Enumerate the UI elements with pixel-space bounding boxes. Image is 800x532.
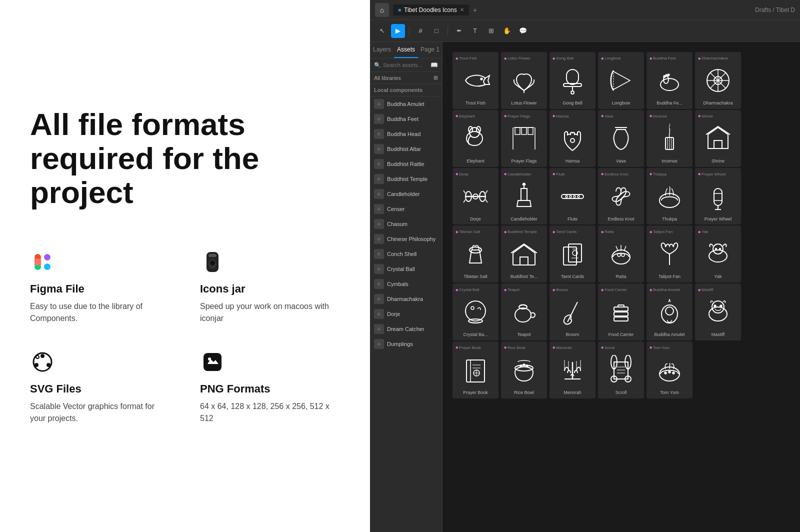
icon-name-label: Raita <box>616 274 626 280</box>
icon-card-elephant[interactable]: ElephantElephant <box>452 110 498 167</box>
icon-card-lotus-flower[interactable]: Lotus FlowerLotus Flower <box>501 52 547 109</box>
icon-card-prayer-flags[interactable]: Prayer FlagsPrayer Flags <box>501 110 547 167</box>
hand-tool-button[interactable]: ✋ <box>500 24 514 38</box>
icon-name-label: Tibetan Salt <box>464 274 488 280</box>
toolbar-divider-2 <box>448 26 448 36</box>
sidebar-item-label: Buddha Amulet <box>387 101 424 107</box>
icon-card-tibetan-salt[interactable]: Tibetan SaltTibetan Salt <box>452 226 498 282</box>
feature-figma-title: Figma File <box>30 282 170 296</box>
frame-tool-button[interactable]: # <box>414 24 428 38</box>
icon-label-top: Vase <box>600 114 614 118</box>
sidebar-item-crystal-ball[interactable]: ⊹Crystal Ball <box>370 262 442 276</box>
icon-label-top: Scroll <box>600 346 614 350</box>
sidebar-item-chasum[interactable]: ⊹Chasum <box>370 216 442 232</box>
icon-card-food-carrier[interactable]: Food CarrierFood Carrier <box>598 284 644 340</box>
sidebar-item-buddha-feet[interactable]: ⊹Buddha Feet <box>370 112 442 126</box>
icon-card-thukpa[interactable]: ThukpaThukpa <box>646 168 692 225</box>
sidebar-item-dumplings[interactable]: ⊹Dumplings <box>370 336 442 352</box>
icon-card-prayer-book[interactable]: Prayer BookPrayer Book <box>452 342 498 398</box>
sidebar-item-chinese-philosophy[interactable]: ⊹Chinese Philosophy <box>370 232 442 246</box>
sidebar-item-buddhist-altar[interactable]: ⊹Buddhist Altar <box>370 142 442 156</box>
icon-card-dharmachakra[interactable]: DharmachakraDharmachakra <box>695 52 741 109</box>
icon-card-dorje[interactable]: DorjeDorje <box>452 168 498 225</box>
new-tab-button[interactable]: + <box>473 6 477 14</box>
icon-card-buddhist-temple[interactable]: Buddhist TempleBuddhist Te... <box>501 226 547 282</box>
icon-card-trout-fish[interactable]: Trout FishTrout Fish <box>452 52 498 109</box>
icon-card-crystal-ball[interactable]: Crystal BallCrystal Ba... <box>452 284 498 340</box>
icon-card-flute[interactable]: FluteFlute <box>550 168 596 225</box>
icon-card-tom-yum[interactable]: Tom YumTom Yum <box>646 342 692 398</box>
figma-active-tab[interactable]: ■ Tibet Doodles Icons ✕ <box>393 4 469 16</box>
icon-name-label: Broom <box>566 332 580 338</box>
icon-card-teapot[interactable]: TeapotTeapot <box>501 284 547 340</box>
svg-point-86 <box>471 306 474 310</box>
assets-tab[interactable]: Assets <box>394 42 418 58</box>
icon-card-shrine[interactable]: ShrineShrine <box>695 110 741 167</box>
icon-svg-food-carrier <box>603 294 639 330</box>
comment-tool-button[interactable]: 💬 <box>516 24 530 38</box>
icon-card-mastiff[interactable]: MastiffMastiff <box>695 284 741 340</box>
icon-svg-crystal-ball <box>458 294 494 330</box>
icon-svg-menorah <box>554 352 590 388</box>
move-tool-button[interactable]: ↖ <box>375 24 389 38</box>
icon-label-top: Candleholder <box>503 172 532 176</box>
sidebar-item-candleholder[interactable]: ⊹Candleholder <box>370 186 442 202</box>
sidebar-item-label: Buddhist Temple <box>387 176 428 182</box>
svg-point-82 <box>716 248 717 250</box>
search-input[interactable] <box>383 62 423 68</box>
icon-card-incense[interactable]: IncenseIncense <box>646 110 692 167</box>
tab-close-button[interactable]: ✕ <box>460 7 464 12</box>
icon-card-gong-bell[interactable]: Gong BellGong Bell <box>550 52 596 109</box>
icon-name-label: Longbow <box>612 100 630 106</box>
feature-svg: SVG Files Scalable Vector graphics forma… <box>30 350 170 424</box>
icon-name-label: Buddha Fe... <box>656 100 682 106</box>
sidebar-item-buddhist-temple[interactable]: ⊹Buddhist Temple <box>370 172 442 186</box>
icon-card-talipot-fan[interactable]: Talipot FanTalipot Fan <box>646 226 692 282</box>
icon-card-buddha-amulet[interactable]: Buddha AmuletBuddha Amulet <box>646 284 692 340</box>
icon-card-tarot-cards[interactable]: Tarot CardsTarot Cards <box>550 226 596 282</box>
icon-card-prayer-wheel[interactable]: Prayer WheelPrayer Wheel <box>695 168 741 225</box>
icon-card-raita[interactable]: RaitaRaita <box>598 226 644 282</box>
sidebar-item-dream-catcher[interactable]: ⊹Dream Catcher <box>370 322 442 336</box>
sidebar-item-dorje[interactable]: ⊹Dorje <box>370 306 442 322</box>
icon-card-rice-bowl[interactable]: Rice BowlRice Bowl <box>501 342 547 398</box>
figma-canvas: Trout FishTrout FishLotus FlowerLotus Fl… <box>442 42 800 532</box>
icon-card-buddha-feet[interactable]: Buddha FeetBuddha Fe... <box>646 52 692 109</box>
icon-svg-trout-fish <box>458 62 494 98</box>
shape-tool-button[interactable]: □ <box>430 24 444 38</box>
icon-card-yak[interactable]: YakYak <box>695 226 741 282</box>
figma-home-button[interactable]: ⌂ <box>375 3 389 17</box>
sidebar-item-buddhist-rattle[interactable]: ⊹Buddhist Rattle <box>370 156 442 172</box>
component-tool-button[interactable]: ⊞ <box>484 24 498 38</box>
pen-tool-button[interactable]: ✒ <box>452 24 466 38</box>
sidebar-item-buddha-amulet[interactable]: ⊹Buddha Amulet <box>370 96 442 112</box>
icon-label-top: Dharmachakra <box>697 56 728 60</box>
icon-card-endless-knot[interactable]: Endless KnotEndless Knot <box>598 168 644 225</box>
svg-point-127 <box>664 372 666 374</box>
sidebar-item-cymbals[interactable]: ⊹Cymbals <box>370 276 442 292</box>
icon-card-longbow[interactable]: LongbowLongbow <box>598 52 644 109</box>
sidebar-item-buddha-head[interactable]: ⊹Buddha Head <box>370 126 442 142</box>
svg-rect-90 <box>614 307 628 311</box>
sidebar-item-icon: ⊹ <box>374 159 384 169</box>
sidebar-item-label: Chasum <box>387 221 408 227</box>
sidebar-item-dharmachakra[interactable]: ⊹Dharmachakra <box>370 292 442 306</box>
svg-rect-6 <box>208 254 216 257</box>
page-tab[interactable]: Page 1 <box>418 42 442 58</box>
icon-name-label: Endless Knot <box>608 216 634 222</box>
icon-card-candleholder[interactable]: CandleholderCandleholder <box>501 168 547 225</box>
all-libraries-row[interactable]: All libraries ⊞ <box>370 72 442 84</box>
icon-card-menorah[interactable]: MenorahMenorah <box>550 342 596 398</box>
svg-rect-4 <box>34 259 41 266</box>
layers-tab[interactable]: Layers <box>370 42 394 58</box>
icon-card-scroll[interactable]: ScrollScroll <box>598 342 644 398</box>
icon-card-broom[interactable]: BroomBroom <box>550 284 596 340</box>
select-tool-button[interactable]: ▶ <box>391 24 405 38</box>
text-tool-button[interactable]: T <box>468 24 482 38</box>
icon-card-vase[interactable]: VaseVase <box>598 110 644 167</box>
sidebar-item-censer[interactable]: ⊹Censer <box>370 202 442 216</box>
sidebar-item-conch-shell[interactable]: ⊹Conch Shell <box>370 246 442 262</box>
icon-label-top: Teapot <box>503 288 520 292</box>
icon-name-label: Trout Fish <box>466 100 486 106</box>
icon-card-hamsa[interactable]: HamsaHamsa <box>550 110 596 167</box>
